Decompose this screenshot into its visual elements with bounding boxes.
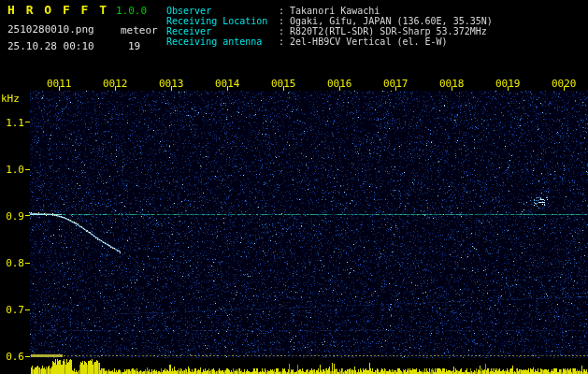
info-row-location: Receiving Location: Ogaki, Gifu, JAPAN (… <box>166 16 493 26</box>
observation-mode-label: meteor <box>121 24 158 36</box>
y-tick-label: 1.0 <box>2 164 24 176</box>
x-tick-label: 0018 <box>439 78 464 90</box>
info-row-antenna: Receiving antenna: 2el-HB9CV Vertical (e… <box>166 36 493 47</box>
info-row-receiver: Receiver: R820T2(RTL-SDR) SDR-Sharp 53.3… <box>166 26 493 36</box>
info-value: : Ogaki, Gifu, JAPAN (136.60E, 35.35N) <box>279 16 493 26</box>
y-tick-label: 1.1 <box>2 117 24 129</box>
hrofft-window: H R O F F T 1.0.0 2510280010.png meteor … <box>0 0 588 374</box>
info-label: Observer <box>166 6 279 16</box>
x-tick-label: 0016 <box>327 78 351 90</box>
info-label: Receiver <box>166 26 279 36</box>
observation-datetime: 25.10.28 00:10 <box>7 40 94 52</box>
x-tick-label: 0019 <box>495 78 520 90</box>
x-tick-label: 0017 <box>383 78 408 90</box>
info-label: Receiving antenna <box>166 36 279 47</box>
app-version: 1.0.0 <box>116 5 147 17</box>
station-info: Observer: Takanori Kawachi Receiving Loc… <box>166 6 493 47</box>
y-tick-label: 0.6 <box>2 351 24 363</box>
output-filename: 2510280010.png <box>7 23 94 36</box>
info-label: Receiving Location <box>166 16 279 26</box>
x-tick-label: 0011 <box>47 78 71 90</box>
x-tick-label: 0014 <box>215 78 239 90</box>
y-tick-label: 0.9 <box>2 210 24 223</box>
spectrogram-canvas <box>0 0 588 374</box>
x-tick-label: 0013 <box>159 78 183 90</box>
y-tick-label: 0.8 <box>2 257 24 269</box>
x-tick-label: 0012 <box>103 78 127 90</box>
echo-count: 19 <box>128 40 140 52</box>
y-axis-unit-label: kHz <box>1 93 20 105</box>
info-value: : R820T2(RTL-SDR) SDR-Sharp 53.372MHz <box>279 26 487 36</box>
info-row-observer: Observer: Takanori Kawachi <box>166 6 493 16</box>
x-tick-label: 0015 <box>271 78 295 90</box>
app-title: H R O F F T <box>7 3 108 17</box>
y-tick-label: 0.7 <box>2 304 24 316</box>
info-value: : 2el-HB9CV Vertical (el. E-W) <box>279 36 448 47</box>
info-value: : Takanori Kawachi <box>279 6 380 16</box>
x-tick-label: 0020 <box>552 78 576 90</box>
